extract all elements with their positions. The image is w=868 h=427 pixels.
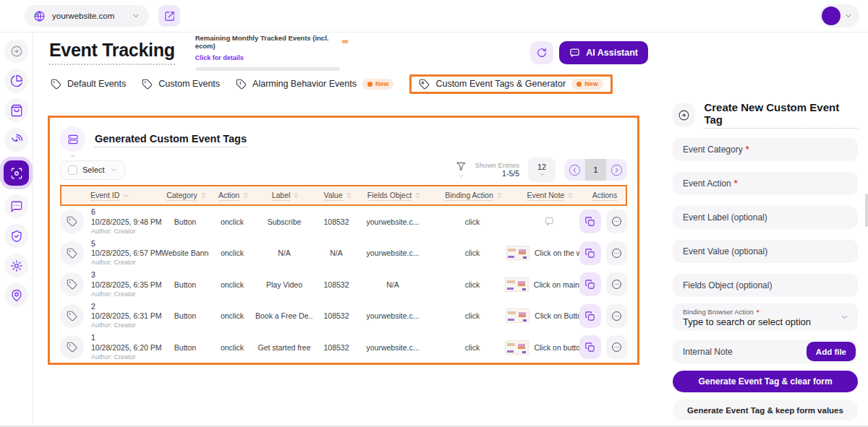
- event-author: Author: Creator: [91, 290, 162, 299]
- note-thumbnail[interactable]: [506, 246, 529, 260]
- row-more-button[interactable]: [606, 335, 628, 359]
- click-for-details-link[interactable]: Click for details: [195, 54, 244, 61]
- value-cell: 108532: [313, 311, 359, 320]
- copy-event-tag-button[interactable]: [579, 241, 601, 265]
- column-action[interactable]: Action: [210, 191, 257, 201]
- column-label[interactable]: Label: [257, 191, 315, 201]
- chat-bubble-icon: [569, 47, 580, 58]
- fields-object-cell: yourwebsite.c...: [359, 217, 426, 226]
- generate-clear-button[interactable]: Generate Event Tag & clear form: [673, 371, 858, 392]
- refresh-button[interactable]: [530, 41, 553, 64]
- page-scrollbar[interactable]: [865, 194, 868, 227]
- tab-label: Alarming Behavior Events: [252, 79, 357, 89]
- action-cell: onclick: [209, 249, 255, 257]
- current-page[interactable]: 1: [585, 159, 606, 181]
- table-row: 3 10/28/2025, 6:35 PM Author: Creator Bu…: [60, 269, 627, 301]
- copy-event-tag-button[interactable]: [579, 335, 601, 359]
- pagination: 1: [564, 159, 627, 181]
- open-site-button[interactable]: [158, 5, 180, 27]
- sidebar-item-settings[interactable]: [4, 254, 28, 277]
- sidebar-item-locations[interactable]: [4, 283, 28, 307]
- sidebar-item-event-tracking[interactable]: [4, 160, 29, 186]
- column-category[interactable]: Category: [163, 191, 210, 201]
- prev-page-button[interactable]: [564, 159, 585, 181]
- column-event-id[interactable]: Event ID: [61, 191, 163, 201]
- event-author: Author: Creator: [91, 259, 162, 267]
- tab-bar: Default Events Custom Events Alarming Be…: [33, 72, 657, 95]
- tag-icon: [51, 79, 61, 90]
- sidebar-item-radar[interactable]: [4, 128, 28, 152]
- pie-chart-icon: [10, 74, 23, 87]
- page-size-select[interactable]: 12: [528, 158, 556, 182]
- event-value-field[interactable]: Event Value (optional): [673, 240, 858, 263]
- generated-tags-table-annotation-box: Generated Custom Event Tags Select: [48, 116, 639, 365]
- shown-entries: Shown Entries 1-5/5: [475, 161, 519, 179]
- focus-target-icon: [10, 167, 23, 180]
- tab-custom-events[interactable]: Custom Events: [142, 79, 220, 90]
- page-header: Event Tracking Remaining Monthly Tracked…: [33, 33, 657, 72]
- fields-object-field[interactable]: Fields Object (optional): [673, 274, 858, 297]
- copy-event-tag-button[interactable]: [579, 272, 601, 296]
- tab-custom-event-tags-generator[interactable]: Custom Event Tags & Generator New: [419, 79, 603, 90]
- row-more-button[interactable]: [606, 241, 628, 265]
- category-cell: Button: [161, 311, 209, 320]
- add-file-button[interactable]: Add file: [807, 342, 856, 361]
- event-note-cell: Click on button ...: [519, 340, 579, 355]
- note-thumbnail[interactable]: [505, 340, 529, 355]
- event-id-cell: 1 10/28/2025, 6:20 PM Author: Creator: [60, 333, 161, 361]
- generate-keep-button[interactable]: Generate Event Tag & keep form values: [673, 400, 858, 420]
- arrow-left-circle-icon: [568, 163, 582, 177]
- funnel-icon: [456, 161, 467, 172]
- table-database-icon[interactable]: [60, 126, 85, 152]
- action-cell: onclick: [209, 217, 255, 226]
- domain-selector[interactable]: yourwebsite.com: [25, 5, 149, 27]
- select-dropdown[interactable]: Select: [60, 160, 125, 180]
- select-all-checkbox[interactable]: [68, 165, 77, 175]
- row-more-button[interactable]: [606, 210, 628, 233]
- event-id: 5: [91, 239, 162, 249]
- column-value[interactable]: Value: [315, 191, 361, 201]
- note-thumbnail[interactable]: [505, 277, 529, 292]
- sidebar-item-security[interactable]: [4, 224, 28, 248]
- fields-object-cell: N/A: [359, 280, 426, 289]
- fields-object-cell: yourwebsite.c...: [359, 249, 426, 257]
- binding-action-cell: click: [426, 217, 519, 226]
- event-category-field[interactable]: Event Category*: [673, 138, 858, 161]
- sidebar-item-analytics[interactable]: [4, 69, 28, 92]
- copy-icon: [584, 248, 595, 259]
- panel-arrow-circle-icon[interactable]: [673, 103, 695, 126]
- row-more-button[interactable]: [606, 272, 628, 296]
- ellipsis-circle-icon: [610, 247, 623, 259]
- event-author: Author: Creator: [91, 228, 162, 236]
- sidebar-item-commerce[interactable]: [4, 98, 28, 122]
- active-tab-annotation-box: Custom Event Tags & Generator New: [409, 74, 612, 94]
- column-actions: Actions: [581, 191, 629, 201]
- row-more-button[interactable]: [606, 304, 628, 328]
- event-date: 10/28/2025, 6:20 PM: [91, 343, 162, 353]
- sidebar-collapse-button[interactable]: [4, 39, 28, 63]
- column-fields-object[interactable]: Fields Object: [361, 191, 427, 201]
- sidebar-item-messages[interactable]: [4, 194, 28, 218]
- tab-default-events[interactable]: Default Events: [51, 79, 126, 90]
- table-row: 6 10/28/2025, 9:48 PM Author: Creator Bu…: [60, 206, 627, 238]
- copy-event-tag-button[interactable]: [579, 304, 601, 328]
- account-menu[interactable]: [819, 4, 859, 27]
- event-label-field[interactable]: Event Label (optional): [673, 206, 858, 229]
- note-icon[interactable]: [543, 215, 556, 228]
- ai-assistant-button[interactable]: AI Assistant: [559, 41, 648, 64]
- arrow-right-circle-icon: [610, 163, 624, 177]
- column-event-note[interactable]: Event Note: [520, 191, 581, 201]
- binding-browser-action-select[interactable]: Binding Browser Action* Type to search o…: [673, 303, 858, 331]
- tab-label: Custom Events: [158, 79, 220, 89]
- copy-event-tag-button[interactable]: [579, 210, 601, 233]
- copy-icon: [584, 216, 595, 227]
- note-thumbnail[interactable]: [506, 309, 529, 323]
- next-page-button[interactable]: [606, 159, 627, 181]
- column-binding-action[interactable]: Binding Action: [427, 191, 520, 201]
- internal-note-field[interactable]: Internal Note Add file: [673, 340, 858, 363]
- copy-icon: [584, 279, 595, 290]
- filter-button[interactable]: [456, 161, 467, 179]
- event-id: 2: [91, 302, 162, 312]
- tab-alarming-behavior-events[interactable]: Alarming Behavior Events New: [236, 79, 393, 90]
- event-action-field[interactable]: Event Action*: [673, 172, 858, 195]
